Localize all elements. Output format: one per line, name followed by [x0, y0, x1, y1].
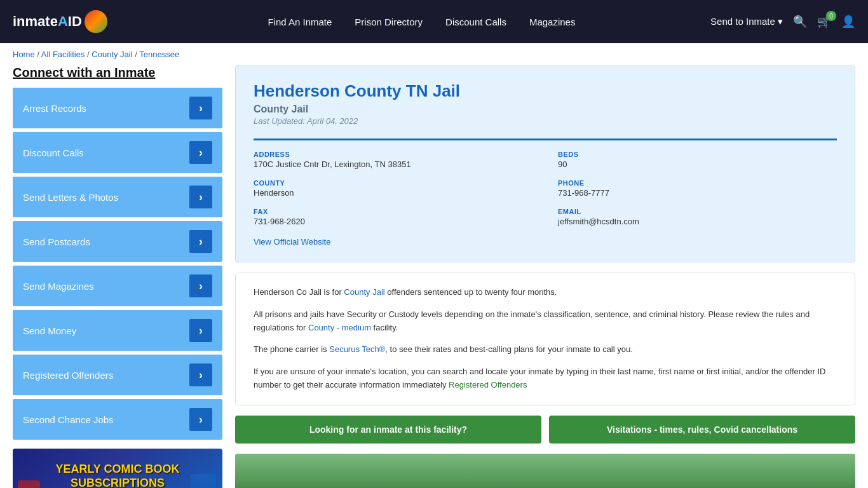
logo[interactable]: inmateAID	[13, 10, 107, 33]
sidebar-item-send-letters-photos[interactable]: Send Letters & Photos ›	[13, 177, 222, 217]
looking-for-inmate-button[interactable]: Looking for an inmate at this facility?	[235, 416, 541, 444]
county-value: Henderson	[254, 188, 532, 198]
sidebar-item-send-postcards[interactable]: Send Postcards ›	[13, 221, 222, 262]
description-p2: All prisons and jails have Security or C…	[254, 308, 837, 335]
cta-buttons: Looking for an inmate at this facility? …	[235, 416, 855, 444]
registered-offenders-link[interactable]: Registered Offenders	[449, 380, 527, 390]
sidebar-item-arrest-records[interactable]: Arrest Records ›	[13, 88, 222, 128]
fax-label: FAX	[254, 208, 532, 215]
sidebar-title: Connect with an Inmate	[13, 65, 222, 80]
description-p3: The phone carrier is Securus Tech®, to s…	[254, 343, 837, 356]
navigation: inmateAID Find An Inmate Prison Director…	[0, 0, 868, 43]
county-field: COUNTY Henderson	[254, 179, 532, 198]
sidebar-arrow-send-postcards: ›	[189, 230, 212, 253]
nav-links: Find An Inmate Prison Directory Discount…	[133, 17, 710, 27]
sidebar-arrow-arrest-records: ›	[189, 97, 212, 119]
sidebar-arrow-send-magazines: ›	[189, 274, 212, 297]
sidebar-arrow-send-money: ›	[189, 319, 212, 342]
description-p1: Henderson Co Jail is for County Jail off…	[254, 286, 837, 299]
ad-title: YEARLY COMIC BOOKSUBSCRIPTIONS	[55, 463, 179, 488]
user-icon[interactable]: 👤	[841, 15, 855, 29]
sidebar-arrow-send-letters-photos: ›	[189, 186, 212, 208]
beds-value: 90	[558, 159, 837, 169]
breadcrumb-state[interactable]: Tennessee	[139, 50, 179, 59]
ad-banner[interactable]: YEARLY COMIC BOOKSUBSCRIPTIONS STARTING …	[13, 449, 222, 488]
cart-icon[interactable]: 🛒 0	[817, 15, 831, 29]
sidebar-arrow-second-chance-jobs: ›	[189, 408, 212, 431]
breadcrumb-county-jail[interactable]: County Jail	[92, 50, 132, 59]
phone-field: PHONE 731-968-7777	[558, 179, 837, 198]
county-medium-link[interactable]: County - medium	[308, 323, 371, 332]
nav-find-inmate[interactable]: Find An Inmate	[268, 17, 332, 27]
phone-label: PHONE	[558, 179, 837, 187]
sidebar-label-arrest-records: Arrest Records	[23, 103, 86, 114]
facility-name: Henderson County TN Jail	[254, 81, 837, 101]
address-field: ADDRESS 170C Justice Cntr Dr, Lexington,…	[254, 151, 532, 169]
facility-updated: Last Updated: April 04, 2022	[254, 116, 837, 126]
facility-info-grid: ADDRESS 170C Justice Cntr Dr, Lexington,…	[254, 139, 837, 226]
phone-value: 731-968-7777	[558, 188, 837, 198]
sidebar-arrow-registered-offenders: ›	[189, 363, 212, 386]
sidebar-item-second-chance-jobs[interactable]: Second Chance Jobs ›	[13, 399, 222, 440]
send-to-inmate-button[interactable]: Send to Inmate ▾	[710, 16, 783, 27]
address-value: 170C Justice Cntr Dr, Lexington, TN 3835…	[254, 159, 532, 169]
sidebar-label-send-magazines: Send Magazines	[23, 281, 94, 292]
cart-badge-count: 0	[826, 11, 836, 21]
nav-discount-calls[interactable]: Discount Calls	[445, 17, 506, 27]
securus-tech-link[interactable]: Securus Tech®,	[329, 344, 388, 354]
sidebar-item-registered-offenders[interactable]: Registered Offenders ›	[13, 355, 222, 395]
description-section: Henderson Co Jail is for County Jail off…	[235, 273, 855, 405]
breadcrumb-home[interactable]: Home	[13, 50, 35, 59]
breadcrumb-all-facilities[interactable]: All Facilities	[41, 50, 85, 59]
email-label: EMAIL	[558, 208, 837, 215]
county-jail-link-1[interactable]: County Jail	[344, 287, 384, 297]
description-p4: If you are unsure of your inmate's locat…	[254, 365, 837, 392]
beds-label: BEDS	[558, 151, 837, 158]
sidebar-item-discount-calls[interactable]: Discount Calls ›	[13, 132, 222, 173]
logo-icon	[85, 10, 107, 33]
facility-card: Henderson County TN Jail County Jail Las…	[235, 65, 855, 262]
fax-field: FAX 731-968-2620	[254, 208, 532, 226]
fax-value: 731-968-2620	[254, 217, 532, 226]
sidebar-label-send-letters-photos: Send Letters & Photos	[23, 192, 118, 203]
sidebar-label-send-postcards: Send Postcards	[23, 236, 90, 247]
sidebar: Connect with an Inmate Arrest Records › …	[13, 65, 222, 488]
sidebar-item-send-magazines[interactable]: Send Magazines ›	[13, 266, 222, 306]
breadcrumb: Home / All Facilities / County Jail / Te…	[0, 43, 868, 65]
nav-right: Send to Inmate ▾ 🔍 🛒 0 👤	[710, 15, 855, 29]
address-label: ADDRESS	[254, 151, 532, 158]
official-website-link[interactable]: View Official Website	[254, 237, 330, 247]
facility-type: County Jail	[254, 104, 837, 115]
content: Henderson County TN Jail County Jail Las…	[235, 65, 855, 488]
email-field: EMAIL jeffsmith@hcsdtn.com	[558, 208, 837, 226]
facility-map	[235, 454, 855, 488]
visitations-button[interactable]: Visitations - times, rules, Covid cancel…	[549, 416, 855, 444]
sidebar-label-registered-offenders: Registered Offenders	[23, 370, 113, 381]
sidebar-label-discount-calls: Discount Calls	[23, 147, 84, 158]
nav-prison-directory[interactable]: Prison Directory	[355, 17, 423, 27]
email-value: jeffsmith@hcsdtn.com	[558, 217, 837, 226]
county-label: COUNTY	[254, 179, 532, 187]
sidebar-arrow-discount-calls: ›	[189, 141, 212, 164]
sidebar-item-send-money[interactable]: Send Money ›	[13, 310, 222, 351]
main-container: Connect with an Inmate Arrest Records › …	[0, 65, 868, 488]
search-icon[interactable]: 🔍	[793, 15, 807, 29]
logo-text: inmateAID	[13, 13, 82, 30]
nav-magazines[interactable]: Magazines	[529, 17, 576, 27]
sidebar-label-second-chance-jobs: Second Chance Jobs	[23, 414, 114, 425]
beds-field: BEDS 90	[558, 151, 837, 169]
sidebar-label-send-money: Send Money	[23, 325, 76, 336]
